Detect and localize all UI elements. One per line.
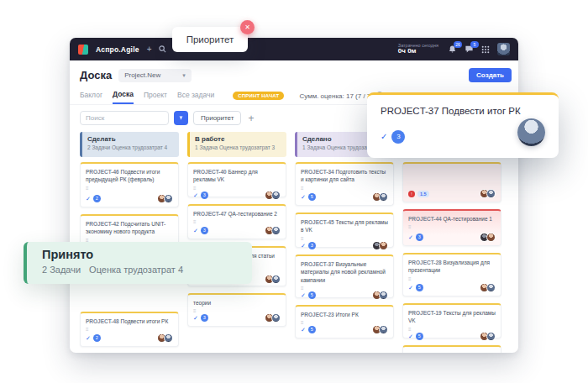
check-icon: ✓	[381, 133, 387, 141]
search-icon[interactable]	[159, 45, 166, 53]
page: Аспро.Agile + Сп Затрачено сегодня 0ч 0м…	[0, 0, 588, 383]
task-card[interactable]: PROJECT-46 Подвести итоги предыдущей РК …	[80, 162, 179, 207]
check-icon: ✓	[301, 292, 306, 298]
app-name: Аспро.Agile	[96, 45, 139, 54]
task-card[interactable]: PROJECT-19 Тексты для рекламы VK≡✓5	[402, 303, 501, 338]
avatar-man	[271, 226, 281, 235]
add-filter-button[interactable]: +	[246, 113, 255, 123]
check-icon: ✓	[86, 335, 91, 341]
avatar-man	[271, 191, 281, 200]
overdue-icon: !	[408, 191, 415, 197]
task-card[interactable]: PROJECT-40 Баннер для рекламы VK≡✓3	[187, 162, 286, 197]
column-title: В работе	[195, 135, 281, 143]
avatar-man	[164, 194, 173, 203]
task-preview-popup[interactable]: PROJECT-37 Подвести итог РК ✓ 3	[367, 92, 559, 158]
tab-project[interactable]: Проект	[144, 88, 167, 103]
task-card-footer: ✓5	[301, 192, 388, 202]
assignee-avatars	[480, 189, 496, 198]
sprint-status-badge: СПРИНТ НАЧАТ	[233, 92, 284, 100]
task-title: PROJECT-34 Подготовить тексты и картинки…	[301, 168, 388, 184]
add-icon[interactable]: +	[147, 45, 152, 54]
close-icon[interactable]: ✕	[240, 20, 255, 34]
column-accepted: !1.5PROJECT-44 QA-тестирование 1≡✓3PROJE…	[402, 132, 501, 353]
task-title: PROJECT-28 Визуализация для презентации	[408, 259, 496, 275]
assignee-avatars	[265, 191, 281, 200]
estimate-badge: 3	[201, 192, 208, 199]
task-id: PROJECT-44	[408, 216, 444, 222]
task-id: PROJECT-42	[86, 221, 121, 227]
check-icon: ✓	[301, 327, 306, 333]
task-card-footer: ✓3	[301, 241, 388, 250]
user-avatar[interactable]	[497, 43, 510, 55]
check-icon: ✓	[301, 243, 306, 249]
task-title: PROJECT-44 QA-тестирование 1	[408, 215, 496, 223]
estimate-badge: 5	[416, 333, 423, 340]
task-card-footer: ✓5	[301, 291, 388, 300]
avatar-man	[486, 283, 496, 292]
avatar-man	[379, 192, 388, 202]
search-input[interactable]	[80, 111, 169, 125]
estimate-badge: 2	[93, 195, 101, 202]
notifications-button[interactable]: 26	[448, 45, 457, 54]
grid-icon	[481, 45, 490, 54]
check-icon: ✓	[193, 228, 198, 233]
column-header: Сделать 2 Задачи Оценка трудозатрат 4	[80, 132, 179, 157]
task-card[interactable]: PROJECT-16 Подвести итоги РК≡✓	[402, 345, 501, 353]
task-title: PROJECT-47 QA-тестирование 2	[193, 210, 281, 218]
task-title: теории	[193, 299, 281, 307]
column-meta: 2 Задачи Оценка трудозатрат 4	[87, 144, 174, 150]
app-window: Аспро.Agile + Сп Затрачено сегодня 0ч 0м…	[70, 38, 518, 353]
task-card-footer: !1.5	[408, 189, 496, 198]
project-selector[interactable]: Project.New ▾	[118, 69, 192, 82]
description-icon: ≡	[193, 219, 281, 224]
estimate-badge: 5	[416, 284, 423, 291]
task-id: PROJECT-19	[408, 310, 444, 316]
assignee-avatars	[157, 194, 173, 203]
page-title: Доска	[80, 69, 112, 81]
task-title: PROJECT-19 Тексты для рекламы VK	[408, 309, 496, 325]
task-card[interactable]: PROJECT-28 Визуализация для презентации≡…	[402, 253, 501, 296]
task-card[interactable]: PROJECT-45 Тексты для рекламы в VK≡✓3	[295, 212, 394, 248]
avatar-woman	[486, 233, 496, 242]
project-name: Project.New	[124, 71, 160, 79]
column-header: В работе 1 Задача Оценка трудозатрат 3	[187, 132, 286, 157]
task-title: PROJECT-16 Подвести итоги РК	[408, 351, 496, 353]
priority-tooltip-label: Приоритет	[186, 34, 234, 45]
task-id: PROJECT-34	[301, 169, 336, 175]
check-icon: ✓	[408, 234, 413, 240]
assignee-avatars	[480, 332, 496, 341]
estimate-badge: 5	[308, 193, 316, 201]
task-card[interactable]: теории≡✓3	[187, 293, 286, 327]
task-card-footer: ✓5	[408, 332, 496, 341]
check-icon: ✓	[193, 192, 198, 198]
tab-board[interactable]: Доска	[113, 87, 134, 104]
task-card[interactable]: PROJECT-48 Подвести итоги РК≡✓2	[80, 312, 179, 347]
estimate-badge: 3	[201, 314, 208, 322]
description-icon: ≡	[301, 186, 388, 191]
create-button[interactable]: Создать	[469, 68, 512, 82]
apps-grid-button[interactable]	[481, 45, 490, 54]
task-card[interactable]: PROJECT-23 Итоги РК≡✓5	[295, 305, 394, 338]
task-card[interactable]: PROJECT-44 QA-тестирование 1≡✓3	[402, 209, 501, 246]
task-card[interactable]: !1.5	[402, 162, 501, 202]
time-tracker: Затрачено сегодня 0ч 0м	[398, 43, 438, 55]
task-card[interactable]: PROJECT-47 QA-тестирование 2≡✓3	[187, 204, 286, 239]
tab-all-tasks[interactable]: Все задачи	[177, 88, 214, 103]
task-title: PROJECT-42 Подсчитать UNIT-экономику нов…	[86, 220, 173, 236]
task-card[interactable]: PROJECT-37 Визуальные материалы для ново…	[295, 254, 394, 298]
check-icon: ✓	[86, 196, 91, 202]
notifications-badge: 26	[454, 41, 462, 48]
task-card-footer: ✓3	[193, 191, 281, 200]
filter-button[interactable]	[174, 111, 188, 125]
messages-button[interactable]: 5	[465, 45, 474, 54]
task-id: PROJECT-37	[301, 261, 336, 267]
assignee-avatars	[157, 333, 173, 343]
task-title: PROJECT-23 Итоги РК	[301, 311, 388, 318]
task-title: PROJECT-46 Подвести итоги предыдущей РК …	[86, 168, 173, 184]
tab-backlog[interactable]: Баклог	[80, 88, 102, 103]
score-summary-text: Сумм. оценка: 17 (7 / 7)	[299, 92, 373, 100]
accepted-title: Принято	[42, 248, 252, 261]
priority-filter-chip[interactable]: Приоритет	[193, 111, 241, 125]
priority-tooltip: Приоритет ✕	[172, 27, 248, 52]
task-card[interactable]: PROJECT-34 Подготовить тексты и картинки…	[295, 162, 394, 206]
